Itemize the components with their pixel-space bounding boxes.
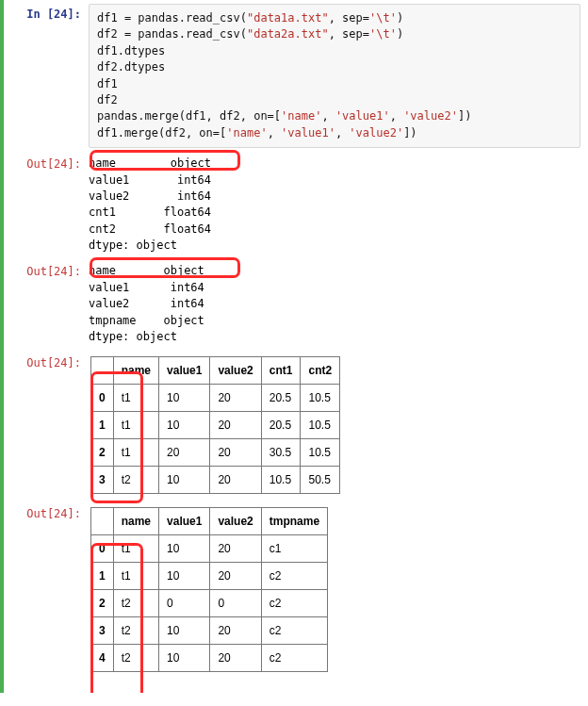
input-prompt: In [24]: — [11, 4, 89, 21]
table-header: value2 — [210, 357, 261, 385]
table-cell: 10 — [159, 467, 210, 494]
table-cell: 20 — [210, 617, 261, 645]
table-cell: 30.5 — [261, 439, 301, 467]
code-text: df1.merge(df2, on=[ — [97, 126, 226, 140]
table-row: 0t11020c1 — [91, 535, 328, 563]
table-row: 3t21020c2 — [91, 617, 328, 645]
table-cell: 10.5 — [261, 467, 301, 494]
code-text: df2.dtypes — [97, 60, 165, 74]
table-cell: t1 — [113, 563, 158, 590]
dataframe-table: namevalue1value2cnt1cnt20t1102020.510.51… — [90, 356, 340, 494]
table-cell: 20.5 — [261, 385, 301, 412]
dataframe-table: namevalue1value2tmpname0t11020c11t11020c… — [90, 507, 328, 672]
code-text: 'value2' — [349, 126, 403, 140]
code-text: "data2a.txt" — [247, 27, 329, 41]
row-index: 1 — [91, 563, 114, 590]
table-cell: t2 — [113, 645, 158, 672]
code-text: df1.dtypes — [97, 44, 165, 57]
table-cell: 20 — [210, 412, 261, 439]
table-cell: 50.5 — [301, 467, 340, 494]
table-cell: t1 — [113, 439, 158, 467]
output-prompt: Out[24]: — [11, 353, 89, 369]
row-index: 3 — [91, 617, 114, 645]
code-text: df1 = pandas.read_csv( — [97, 11, 247, 25]
table-cell: 20.5 — [261, 412, 301, 439]
table-header: value2 — [210, 508, 261, 535]
code-text: 'name' — [226, 126, 267, 140]
table-cell: 20 — [210, 385, 261, 412]
code-text: 'value2' — [403, 109, 458, 123]
row-index: 0 — [91, 535, 114, 563]
table-row: 1t11020c2 — [91, 563, 328, 590]
table-cell: 10.5 — [301, 412, 340, 439]
table-cell: 20 — [210, 439, 261, 467]
table-row: 2t200c2 — [91, 590, 328, 617]
code-text: ]) — [458, 109, 471, 123]
code-cell[interactable]: df1 = pandas.read_csv("data1a.txt", sep=… — [89, 4, 580, 148]
code-text: df1 — [97, 77, 118, 90]
row-index: 2 — [91, 439, 114, 467]
code-text: '\t' — [369, 27, 397, 41]
code-text: 'value1' — [335, 109, 390, 123]
table-header: cnt1 — [261, 357, 301, 385]
table-cell: t2 — [113, 590, 158, 617]
table-cell: 0 — [210, 590, 261, 617]
table-header: value1 — [159, 357, 210, 385]
table-header: cnt2 — [301, 357, 340, 385]
table-cell: 10.5 — [301, 385, 340, 412]
table-row: 3t2102010.550.5 — [91, 467, 340, 494]
table-cell: c2 — [261, 617, 327, 645]
output-dtypes-df2: name object value1 int64 value2 int64 tm… — [89, 261, 580, 347]
code-text: , — [268, 126, 281, 140]
output-prompt: Out[24]: — [11, 154, 89, 171]
code-text: , sep= — [329, 11, 369, 25]
table-cell: 20 — [159, 439, 210, 467]
table-row: 2t1202030.510.5 — [91, 439, 340, 467]
output-df2: namevalue1value2tmpname0t11020c11t11020c… — [89, 503, 580, 676]
table-cell: c2 — [261, 645, 327, 672]
table-cell: 0 — [159, 590, 210, 617]
table-cell: c2 — [261, 590, 327, 617]
table-cell: c2 — [261, 563, 327, 590]
code-text: df2 = pandas.read_csv( — [97, 27, 247, 41]
output-prompt: Out[24]: — [11, 261, 89, 278]
table-cell: t1 — [113, 412, 158, 439]
table-cell: 10 — [159, 563, 210, 590]
output-prompt: Out[24]: — [11, 503, 89, 520]
code-text: pandas.merge(df1, df2, on=[ — [97, 109, 281, 123]
table-header: name — [113, 357, 158, 385]
table-row: 0t1102020.510.5 — [91, 385, 340, 412]
table-row: 4t21020c2 — [91, 645, 328, 672]
row-index: 3 — [91, 467, 114, 494]
table-cell: t2 — [113, 467, 158, 494]
code-text: ]) — [403, 126, 416, 140]
table-row: 1t1102020.510.5 — [91, 412, 340, 439]
code-text: , — [321, 109, 335, 123]
table-cell: 10 — [159, 617, 210, 645]
code-text: , sep= — [329, 27, 369, 41]
table-cell: t2 — [113, 617, 158, 645]
table-cell: c1 — [261, 535, 327, 563]
code-text: "data1a.txt" — [247, 11, 329, 25]
table-header — [91, 508, 114, 535]
table-header: name — [113, 508, 158, 535]
code-text: ) — [397, 27, 403, 41]
table-cell: 10 — [159, 412, 210, 439]
table-cell: 10.5 — [301, 439, 340, 467]
row-index: 1 — [91, 412, 114, 439]
code-text: , — [390, 109, 403, 123]
row-index: 4 — [91, 645, 114, 672]
table-cell: 10 — [159, 535, 210, 563]
code-text: 'name' — [281, 109, 321, 123]
code-text: 'value1' — [281, 126, 335, 140]
table-cell: 20 — [210, 645, 261, 672]
table-cell: 20 — [210, 467, 261, 494]
output-df1: namevalue1value2cnt1cnt20t1102020.510.51… — [89, 353, 580, 498]
table-cell: t1 — [113, 385, 158, 412]
table-cell: 20 — [210, 563, 261, 590]
code-text: ) — [397, 11, 403, 25]
table-header — [91, 357, 114, 385]
table-cell: 10 — [159, 385, 210, 412]
table-cell: 20 — [210, 535, 261, 563]
row-index: 0 — [91, 385, 114, 412]
